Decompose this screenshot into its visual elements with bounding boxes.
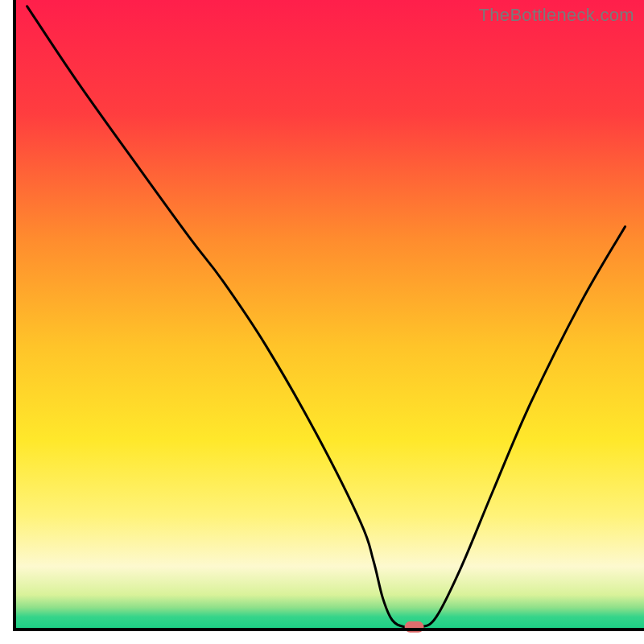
attribution-label: TheBottleneck.com (479, 5, 634, 26)
gradient-background (14, 0, 644, 630)
bottleneck-chart: TheBottleneck.com (0, 0, 644, 644)
chart-canvas (0, 0, 644, 644)
